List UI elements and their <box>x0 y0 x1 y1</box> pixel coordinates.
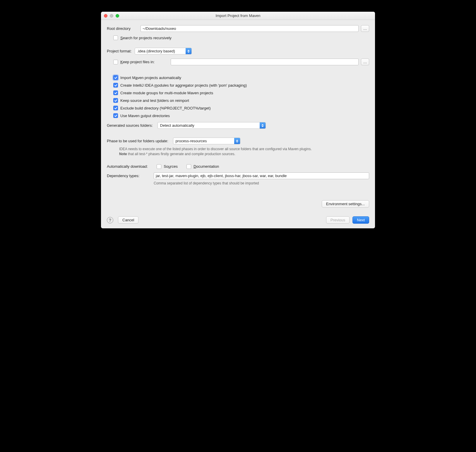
search-recursively-label: Search for projects recursively <box>120 36 172 40</box>
search-recursively-row: Search for projects recursively <box>113 35 369 40</box>
dependency-types-input[interactable] <box>154 172 369 179</box>
titlebar: Import Project from Maven <box>101 12 375 20</box>
search-recursively-checkbox[interactable] <box>113 35 118 40</box>
keep-project-files-row: Keep project files in: … <box>113 59 369 65</box>
phase-selected: process-resources <box>176 139 207 143</box>
keep-folders-label: Keep source and test folders on reimport <box>120 98 189 103</box>
root-directory-row: Root directory … <box>107 25 369 32</box>
dependency-types-hint: Comma separated list of dependency types… <box>154 181 369 186</box>
project-format-row: Project format: .idea (directory based) <box>107 48 369 54</box>
project-format-select[interactable]: .idea (directory based) <box>135 48 192 54</box>
keep-project-files-input[interactable] <box>171 59 359 65</box>
keep-project-files-label: Keep project files in: <box>120 60 171 64</box>
create-modules-row: Create IntelliJ IDEA modules for aggrega… <box>113 83 369 88</box>
phase-label: Phase to be used for folders update: <box>107 139 168 143</box>
import-auto-checkbox[interactable] <box>113 75 118 80</box>
keep-folders-checkbox[interactable] <box>113 98 118 103</box>
dependency-types-label: Dependency types: <box>107 174 154 178</box>
window-title: Import Project from Maven <box>101 13 375 18</box>
dropdown-arrows-icon <box>260 122 266 129</box>
env-settings-row: Environment settings... <box>107 186 369 208</box>
project-format-label: Project format: <box>107 49 132 53</box>
generated-sources-row: Generated sources folders: Detect automa… <box>107 122 369 129</box>
generated-sources-select[interactable]: Detect automatically <box>157 122 266 129</box>
project-format-selected: .idea (directory based) <box>137 49 175 53</box>
import-auto-row: Import Maven projects automatically <box>113 75 369 80</box>
root-directory-input[interactable] <box>141 25 359 32</box>
generated-sources-selected: Detect automatically <box>160 123 194 128</box>
help-icon[interactable]: ? <box>107 217 113 223</box>
next-button[interactable]: Next <box>352 216 369 224</box>
cancel-button[interactable]: Cancel <box>118 216 138 224</box>
root-directory-browse-button[interactable]: … <box>361 25 369 32</box>
root-directory-label: Root directory <box>107 26 141 31</box>
auto-download-label: Automatically download: <box>107 164 148 169</box>
module-groups-label: Create module groups for multi-module Ma… <box>120 91 213 95</box>
module-groups-row: Create module groups for multi-module Ma… <box>113 90 369 95</box>
download-sources-checkbox[interactable] <box>157 164 161 169</box>
dependency-types-row: Dependency types: <box>107 172 369 179</box>
environment-settings-button[interactable]: Environment settings... <box>322 200 369 208</box>
keep-project-files-browse-button[interactable]: … <box>361 59 369 65</box>
dropdown-arrows-icon <box>186 48 191 54</box>
previous-button: Previous <box>326 216 350 224</box>
create-modules-label: Create IntelliJ IDEA modules for aggrega… <box>120 83 247 88</box>
footer: ? Cancel Previous Next <box>107 208 369 224</box>
import-auto-label: Import Maven projects automatically <box>120 76 181 80</box>
auto-download-row: Automatically download: Sources Document… <box>107 164 369 169</box>
dropdown-arrows-icon <box>234 138 240 144</box>
phase-hint: IDEA needs to execute one of the listed … <box>119 147 369 157</box>
keep-folders-row: Keep source and test folders on reimport <box>113 98 369 103</box>
create-modules-checkbox[interactable] <box>113 83 118 88</box>
download-sources-label: Sources <box>164 164 178 169</box>
phase-select[interactable]: process-resources <box>173 138 240 144</box>
download-docs-checkbox[interactable] <box>186 164 191 169</box>
phase-row: Phase to be used for folders update: pro… <box>107 138 369 144</box>
exclude-build-row: Exclude build directory (%PROJECT_ROOT%/… <box>113 106 369 110</box>
use-output-checkbox[interactable] <box>113 113 118 118</box>
exclude-build-label: Exclude build directory (%PROJECT_ROOT%/… <box>120 106 210 110</box>
dialog-window: Import Project from Maven Root directory… <box>101 12 375 228</box>
use-output-label: Use Maven output directories <box>120 114 170 118</box>
module-groups-checkbox[interactable] <box>113 90 118 95</box>
dialog-content: Root directory … Search for projects rec… <box>101 20 375 228</box>
generated-sources-label: Generated sources folders: <box>107 123 153 128</box>
use-output-row: Use Maven output directories <box>113 113 369 118</box>
keep-project-files-checkbox[interactable] <box>113 60 118 64</box>
download-docs-label: Documentation <box>194 164 219 169</box>
exclude-build-checkbox[interactable] <box>113 106 118 110</box>
